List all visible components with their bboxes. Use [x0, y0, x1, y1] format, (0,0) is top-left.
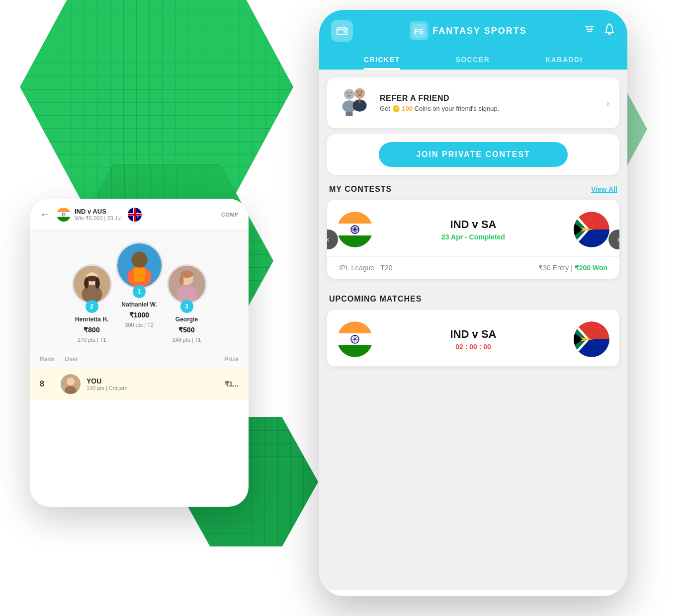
match-card-top: IND v SA 23 Apr - Completed — [327, 200, 619, 257]
refer-text: REFER A FRIEND Get 🪙 100 Coins on your f… — [380, 94, 499, 112]
my-user-info: YOU 130 pts | Cricjam — [86, 377, 219, 391]
filter-icon[interactable] — [584, 23, 596, 38]
lb-table-header: Rank User Prize — [30, 351, 249, 368]
refer-arrow-icon[interactable]: › — [606, 97, 609, 109]
lb-match-info: IND v AUS Win ₹6,000 | 23 Jul ★ ★ — [57, 208, 215, 222]
back-button[interactable]: ← — [40, 208, 51, 221]
svg-point-13 — [354, 88, 365, 98]
logo-icon: FS — [410, 21, 429, 40]
lb-header: ← IND v AUS Win ₹6,000 | 23 Jul — [30, 199, 249, 230]
rank-badge-2: 2 — [86, 300, 98, 313]
svg-rect-85 — [133, 268, 145, 282]
view-all-link[interactable]: View All — [591, 185, 617, 193]
refer-desc-suffix: Coins on your friend's signup. — [415, 105, 500, 112]
svg-rect-23 — [337, 235, 373, 247]
wallet-icon[interactable] — [331, 20, 353, 42]
svg-text:FS: FS — [415, 27, 424, 35]
svg-point-79 — [84, 278, 88, 289]
upcoming-match-info: IND v SA 02 : 00 : 00 — [383, 328, 564, 351]
svg-point-12 — [350, 92, 352, 94]
header-top-row: FS FANTASY SPORTS — [331, 20, 615, 42]
svg-point-93 — [67, 378, 75, 385]
svg-point-1 — [344, 31, 345, 33]
podium-pts-2: 270 pts | T1 — [78, 337, 106, 343]
svg-point-86 — [131, 252, 147, 268]
podium-avatar-2 — [72, 264, 112, 304]
svg-rect-21 — [337, 212, 373, 224]
svg-point-9 — [344, 89, 354, 99]
podium-item-1: 1 Nathaniel W. ₹1000 300 pts | T2 — [116, 242, 163, 328]
col-user-header: User — [65, 356, 224, 363]
podium-item-3: 3 Georgie ₹500 248 pts | T1 — [167, 264, 207, 343]
col-rank-header: Rank — [40, 356, 65, 363]
podium-section: 2 Henrietta H. ₹800 270 pts | T1 — [30, 230, 249, 351]
india-flag — [337, 212, 373, 247]
rank-badge-3: 3 — [180, 300, 193, 313]
my-avatar — [61, 374, 81, 394]
secondary-phone: ← IND v AUS Win ₹6,000 | 23 Jul — [30, 199, 249, 507]
join-btn-wrapper: JOIN PRIVATE CONTEST — [327, 134, 619, 175]
svg-text:★: ★ — [137, 212, 139, 214]
podium-pts-1: 300 pts | T2 — [125, 322, 154, 328]
upcoming-match-card: IND v SA 02 : 00 : 00 — [327, 309, 619, 367]
match-card-bottom: IPL League - T20 ₹30 Entry | ₹200 Won — [327, 257, 619, 279]
coin-icon: 🪙 — [392, 105, 400, 112]
comp-badge: COMP — [221, 212, 239, 218]
phone-header: FS FANTASY SPORTS — [319, 10, 627, 70]
header-icons — [584, 23, 615, 39]
lb-match-sub: Win ₹6,000 | 23 Jul — [75, 215, 122, 222]
tab-soccer[interactable]: SOCCER — [447, 50, 498, 70]
podium-avatar-3 — [167, 264, 207, 304]
podium-name-3: Georgie — [175, 316, 198, 323]
join-private-contest-button[interactable]: JOIN PRIVATE CONTEST — [379, 142, 568, 167]
refer-description: Get 🪙 100 Coins on your friend's signup. — [380, 105, 499, 112]
podium-name-2: Henrietta H. — [75, 316, 108, 323]
svg-point-16 — [361, 91, 362, 93]
lb-match-title: IND v AUS — [75, 208, 122, 215]
logo-area: FS FANTASY SPORTS — [410, 21, 526, 40]
svg-rect-65 — [57, 217, 71, 222]
podium-prize-2: ₹800 — [84, 326, 99, 334]
match-title: IND v SA — [383, 218, 564, 231]
podium-prize-3: ₹500 — [178, 326, 194, 334]
refer-desc-prefix: Get — [380, 105, 392, 112]
svg-rect-46 — [337, 345, 373, 357]
tab-kabaddi[interactable]: KABADDI — [537, 50, 591, 70]
svg-point-80 — [95, 278, 99, 289]
my-user-sub: 130 pts | Cricjam — [86, 385, 219, 391]
svg-rect-18 — [346, 112, 353, 116]
upcoming-match-top: IND v SA 02 : 00 : 00 — [327, 309, 619, 367]
nav-tabs: CRICKET SOCCER KABADDI — [331, 50, 615, 70]
league-name: IPL League - T20 — [339, 264, 392, 272]
bell-icon[interactable] — [603, 23, 615, 39]
tab-cricket[interactable]: CRICKET — [356, 50, 408, 70]
my-username: YOU — [86, 377, 219, 385]
svg-point-7 — [587, 26, 589, 28]
svg-rect-44 — [337, 321, 373, 333]
my-leaderboard-row: 8 YOU 130 pts | Cricjam ₹1... — [30, 368, 249, 400]
upcoming-matches-header: UPCOMING MATCHES — [319, 285, 627, 309]
podium-name-1: Nathaniel W. — [121, 301, 157, 308]
upcoming-india-flag — [337, 321, 373, 357]
my-contests-header: MY CONTESTS View All — [319, 175, 627, 200]
podium-item-2: 2 Henrietta H. ₹800 270 pts | T1 — [72, 264, 112, 343]
rank-badge-1: 1 — [133, 285, 146, 298]
svg-rect-63 — [57, 208, 71, 212]
upcoming-match-title: IND v SA — [383, 328, 564, 341]
match-status: 23 Apr - Completed — [383, 233, 564, 241]
svg-point-11 — [347, 92, 348, 94]
match-info: IND v SA 23 Apr - Completed — [383, 218, 564, 241]
my-prize: ₹1... — [225, 380, 239, 388]
upcoming-matches-title: UPCOMING MATCHES — [329, 295, 422, 304]
my-rank: 8 — [40, 380, 55, 388]
svg-point-8 — [591, 28, 593, 30]
logo-text: FANTASY SPORTS — [432, 26, 526, 36]
refer-title: REFER A FRIEND — [380, 94, 499, 103]
my-contests-title: MY CONTESTS — [329, 185, 392, 194]
refer-banner: REFER A FRIEND Get 🪙 100 Coins on your f… — [327, 77, 619, 128]
svg-rect-0 — [337, 28, 347, 35]
main-phone: FS FANTASY SPORTS — [319, 10, 627, 596]
podium-avatar-1 — [116, 242, 163, 289]
podium-pts-3: 248 pts | T1 — [172, 337, 201, 343]
refer-illustration — [337, 85, 372, 120]
